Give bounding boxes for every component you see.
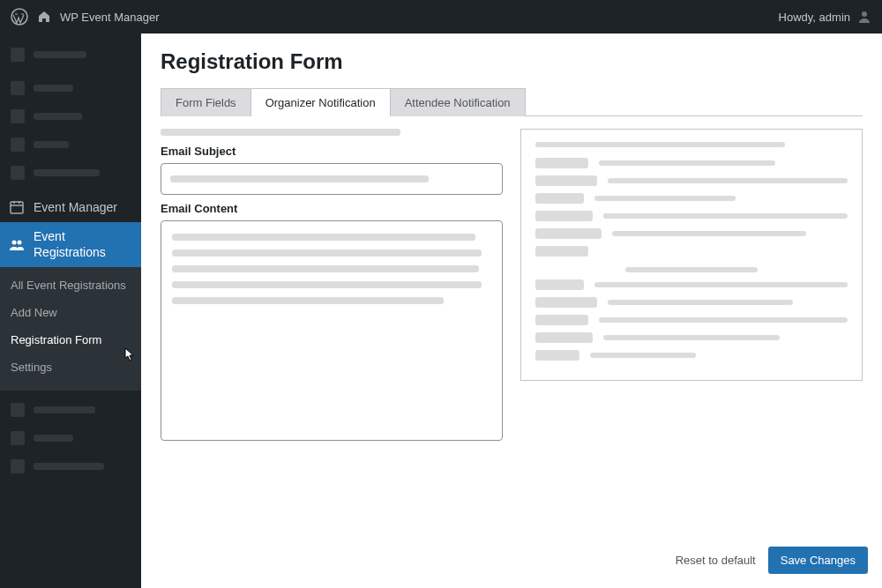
svg-point-1 <box>862 11 867 17</box>
email-content-textarea[interactable] <box>161 220 503 441</box>
sidebar-item-label: Event Manager <box>34 200 117 214</box>
tab-bar: Form Fields Organizer Notification Atten… <box>161 88 863 116</box>
calendar-icon <box>9 199 25 215</box>
tab-form-fields[interactable]: Form Fields <box>161 88 251 116</box>
sidebar-item-event-manager[interactable]: Event Manager <box>0 192 141 222</box>
wordpress-logo-icon[interactable] <box>11 8 28 26</box>
sidebar-item-placeholder <box>0 102 141 130</box>
submenu-add-new[interactable]: Add New <box>0 300 141 327</box>
svg-rect-2 <box>11 202 23 213</box>
tab-organizer-notification[interactable]: Organizer Notification <box>251 88 391 116</box>
admin-sidebar: Event Manager Event Registrations All Ev… <box>0 33 141 588</box>
page-title: Registration Form <box>161 49 863 74</box>
site-name[interactable]: WP Event Manager <box>60 11 159 24</box>
submenu-all-registrations[interactable]: All Event Registrations <box>0 272 141 300</box>
sidebar-submenu: All Event Registrations Add New Registra… <box>0 267 141 391</box>
submenu-registration-form[interactable]: Registration Form <box>0 327 141 354</box>
form-footer: Reset to default Save Changes <box>676 547 868 574</box>
main-content: Registration Form Form Fields Organizer … <box>141 33 882 588</box>
home-icon[interactable] <box>37 10 51 24</box>
email-subject-label: Email Subject <box>161 145 503 158</box>
sidebar-item-placeholder <box>0 130 141 159</box>
placeholder-line <box>161 129 400 136</box>
sidebar-item-placeholder <box>0 41 141 69</box>
sidebar-item-placeholder <box>0 396 141 424</box>
sidebar-item-placeholder <box>0 452 141 480</box>
preview-panel <box>520 129 863 381</box>
email-content-label: Email Content <box>161 202 503 215</box>
email-subject-input[interactable] <box>161 163 503 195</box>
sidebar-item-label: Event Registrations <box>34 229 132 260</box>
greeting-text[interactable]: Howdy, admin <box>779 11 850 24</box>
save-changes-button[interactable]: Save Changes <box>768 547 868 574</box>
reset-to-default-link[interactable]: Reset to default <box>676 554 756 567</box>
admin-toolbar: WP Event Manager Howdy, admin <box>0 0 882 33</box>
tab-attendee-notification[interactable]: Attendee Notification <box>391 88 526 116</box>
sidebar-item-placeholder <box>0 159 141 187</box>
svg-point-6 <box>12 240 17 244</box>
submenu-settings[interactable]: Settings <box>0 354 141 382</box>
sidebar-item-event-registrations[interactable]: Event Registrations <box>0 222 141 267</box>
users-icon <box>9 237 25 253</box>
sidebar-item-placeholder <box>0 424 141 452</box>
sidebar-item-placeholder <box>0 74 141 102</box>
user-icon <box>857 10 871 24</box>
svg-point-7 <box>18 240 22 244</box>
